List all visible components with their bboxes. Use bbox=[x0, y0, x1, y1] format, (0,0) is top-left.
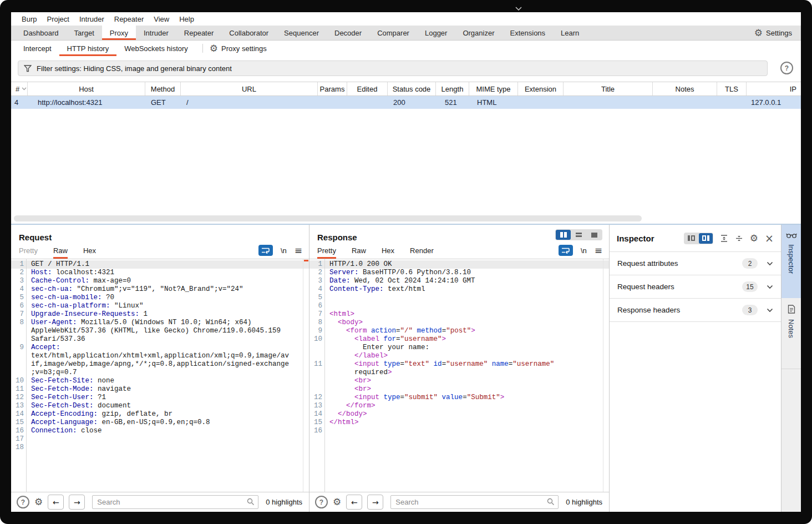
tab-dashboard[interactable]: Dashboard bbox=[16, 26, 67, 40]
column-header-mime-type[interactable]: MIME type bbox=[469, 82, 518, 95]
code-text bbox=[26, 435, 31, 444]
inspector-section-request-attributes[interactable]: Request attributes2 bbox=[610, 251, 781, 275]
tab-learn[interactable]: Learn bbox=[553, 26, 587, 40]
code-line: 18 bbox=[11, 444, 309, 452]
code-text: Upgrade-Insecure-Requests: 1 bbox=[26, 310, 148, 319]
search-next-button[interactable]: → bbox=[69, 495, 85, 510]
request-search-input[interactable] bbox=[92, 495, 258, 509]
line-number: 15 bbox=[309, 419, 324, 427]
request-tab-raw[interactable]: Raw bbox=[53, 242, 68, 259]
chevron-down-icon[interactable] bbox=[767, 261, 773, 266]
layout-columns-button[interactable] bbox=[556, 230, 571, 240]
line-number bbox=[11, 352, 26, 360]
inspector-section-request-headers[interactable]: Request headers15 bbox=[610, 275, 781, 298]
editor-menu-icon[interactable]: ≡ bbox=[595, 246, 602, 255]
settings-button[interactable]: ⚙Settings bbox=[754, 26, 801, 40]
column-header-host[interactable]: Host bbox=[28, 82, 145, 95]
column-header-ip[interactable]: IP bbox=[747, 82, 801, 95]
word-wrap-toggle-button[interactable] bbox=[258, 245, 273, 256]
collapse-all-icon[interactable] bbox=[735, 234, 743, 243]
column-header-edited[interactable]: Edited bbox=[347, 82, 388, 95]
response-tab-pretty[interactable]: Pretty bbox=[317, 242, 336, 259]
sub-tab-intercept[interactable]: Intercept bbox=[16, 41, 59, 56]
tab-repeater[interactable]: Repeater bbox=[176, 26, 221, 40]
menu-item-help[interactable]: Help bbox=[174, 15, 199, 23]
code-line: 12Sec-Fetch-User: ?1 bbox=[11, 394, 309, 402]
column-header-notes[interactable]: Notes bbox=[653, 82, 717, 95]
response-editor[interactable]: 1HTTP/1.0 200 OK2Server: BaseHTTP/0.6 Py… bbox=[309, 259, 609, 492]
search-previous-button[interactable]: ← bbox=[346, 495, 362, 510]
line-number: 16 bbox=[309, 427, 324, 435]
sub-tab-http-history[interactable]: HTTP history bbox=[59, 41, 117, 56]
proxy-settings-button[interactable]: ⚙Proxy settings bbox=[210, 41, 267, 56]
tab-intruder[interactable]: Intruder bbox=[136, 26, 176, 40]
code-line: 4sec-ch-ua: "Chromium";v="119", "Not?A_B… bbox=[11, 285, 309, 294]
gear-icon[interactable]: ⚙ bbox=[333, 497, 341, 507]
show-newlines-button[interactable]: \n bbox=[581, 246, 587, 255]
editor-menu-icon[interactable]: ≡ bbox=[295, 246, 302, 255]
code-line: 9 <form action="/" method="post"> bbox=[309, 327, 609, 335]
close-icon[interactable]: × bbox=[765, 233, 774, 244]
help-icon[interactable]: ? bbox=[17, 496, 29, 508]
gear-icon[interactable]: ⚙ bbox=[34, 497, 43, 507]
response-tab-hex[interactable]: Hex bbox=[382, 242, 394, 259]
tab-extensions[interactable]: Extensions bbox=[503, 26, 554, 40]
inspector-dock-right-button[interactable] bbox=[699, 233, 713, 244]
show-newlines-button[interactable]: \n bbox=[281, 246, 287, 255]
column-header-tls[interactable]: TLS bbox=[717, 82, 747, 95]
collapse-toolbar-chevron-icon[interactable] bbox=[515, 7, 522, 11]
column-header-title[interactable]: Title bbox=[564, 82, 653, 95]
chevron-down-icon[interactable] bbox=[767, 308, 773, 313]
menu-item-project[interactable]: Project bbox=[42, 15, 74, 23]
inspector-section-response-headers[interactable]: Response headers3 bbox=[610, 298, 781, 322]
column-header--[interactable]: # bbox=[11, 82, 28, 95]
tab-proxy[interactable]: Proxy bbox=[102, 26, 136, 40]
column-header-status-code[interactable]: Status code bbox=[388, 82, 436, 95]
column-header-params[interactable]: Params bbox=[318, 82, 347, 95]
menu-item-view[interactable]: View bbox=[149, 15, 174, 23]
request-editor[interactable]: 1GET / HTTP/1.12Host: localhost:43213Cac… bbox=[11, 259, 309, 492]
column-header-url[interactable]: URL bbox=[181, 82, 318, 95]
chevron-down-icon[interactable] bbox=[767, 285, 773, 289]
search-previous-button[interactable]: ← bbox=[48, 495, 64, 510]
column-header-extension[interactable]: Extension bbox=[518, 82, 564, 95]
tab-sequencer[interactable]: Sequencer bbox=[276, 26, 327, 40]
gear-icon[interactable]: ⚙ bbox=[750, 234, 758, 243]
sub-tab-websockets-history[interactable]: WebSockets history bbox=[116, 41, 196, 56]
menu-item-repeater[interactable]: Repeater bbox=[109, 15, 149, 23]
menu-item-burp[interactable]: Burp bbox=[17, 15, 42, 23]
side-tab-inspector[interactable]: Inspector bbox=[781, 225, 801, 298]
inspector-dock-left-button[interactable] bbox=[684, 233, 698, 244]
search-next-button[interactable]: → bbox=[367, 495, 383, 510]
side-tab-notes[interactable]: Notes bbox=[781, 298, 801, 369]
help-icon[interactable]: ? bbox=[780, 62, 793, 74]
response-panel: Response PrettyRawHexRender \n ≡ 1HTTP/1… bbox=[309, 225, 610, 512]
tab-target[interactable]: Target bbox=[67, 26, 102, 40]
code-line: 2Server: BaseHTTP/0.6 Python/3.8.10 bbox=[309, 269, 609, 277]
history-table-header: #HostMethodURLParamsEditedStatus codeLen… bbox=[11, 82, 801, 96]
horizontal-scrollbar-thumb[interactable] bbox=[14, 215, 642, 221]
code-text: Safari/537.36 bbox=[26, 335, 85, 344]
column-header-length[interactable]: Length bbox=[436, 82, 469, 95]
layout-rows-button[interactable] bbox=[571, 230, 586, 240]
tab-logger[interactable]: Logger bbox=[417, 26, 455, 40]
response-tab-raw[interactable]: Raw bbox=[352, 242, 366, 259]
column-header-method[interactable]: Method bbox=[145, 82, 181, 95]
layout-single-button[interactable] bbox=[587, 230, 602, 240]
filter-settings-text: Filter settings: Hiding CSS, image and g… bbox=[37, 64, 232, 73]
request-tab-hex[interactable]: Hex bbox=[83, 242, 96, 259]
help-icon[interactable]: ? bbox=[315, 496, 328, 508]
tab-comparer[interactable]: Comparer bbox=[369, 26, 417, 40]
response-search-input[interactable] bbox=[390, 495, 559, 509]
menu-item-intruder[interactable]: Intruder bbox=[74, 15, 109, 23]
response-tab-render[interactable]: Render bbox=[410, 242, 434, 259]
tab-decoder[interactable]: Decoder bbox=[327, 26, 369, 40]
tab-organizer[interactable]: Organizer bbox=[455, 26, 502, 40]
tab-collaborator[interactable]: Collaborator bbox=[221, 26, 276, 40]
filter-settings-bar[interactable]: Filter settings: Hiding CSS, image and g… bbox=[18, 61, 768, 76]
table-row[interactable]: 4http://localhost:4321GET/200521HTML127.… bbox=[11, 96, 801, 109]
request-tab-pretty[interactable]: Pretty bbox=[19, 242, 38, 259]
line-number: 13 bbox=[309, 402, 324, 410]
word-wrap-toggle-button[interactable] bbox=[559, 245, 573, 256]
expand-all-icon[interactable] bbox=[720, 234, 728, 243]
